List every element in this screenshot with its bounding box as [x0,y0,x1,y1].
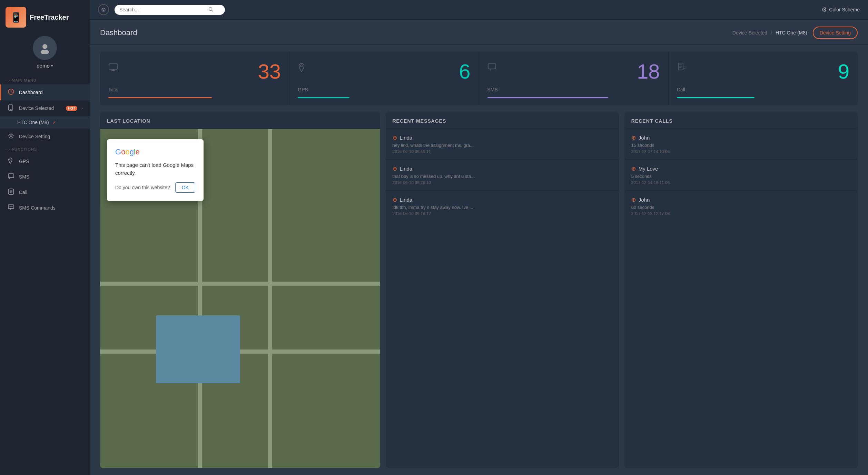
call-item-2[interactable]: ⊕ John 60 seconds 2017-12-13 12:17:06 [624,191,858,222]
call-arrow-icon-2: ⊕ [631,196,636,203]
call-contact-0: ⊕ John [631,134,851,141]
sidebar-item-device-setting-label: Device Setting [19,134,83,139]
google-dialog-footer: Do you own this website? OK [115,182,195,193]
stat-call-number: 9 [838,61,849,82]
search-input[interactable] [119,7,206,12]
sidebar-item-dashboard-label: Dashboard [19,90,83,95]
contact-arrow-icon-0: ⊕ [393,134,397,141]
gps-pin-icon [298,63,305,75]
message-item-0[interactable]: ⊕ Linda hey lind, whats the assignment m… [386,129,619,160]
chat-icon [8,173,15,180]
sidebar-item-gps[interactable]: GPS [0,153,90,169]
sidebar-item-device-selected[interactable]: Device Selected HOT › [0,100,90,116]
gear-icon [8,133,15,140]
stats-row: 33 Total 6 GPS [100,52,858,105]
map-container: Google This page can't load Google Maps … [100,129,380,468]
stat-sms: 18 SMS [479,52,669,105]
message-text-1: that boy is so messed up. why dnt u sta.… [393,174,612,179]
message-contact-1: ⊕ Linda [393,165,612,172]
sidebar-item-dashboard[interactable]: Dashboard [0,84,90,100]
svg-rect-10 [9,189,13,194]
sidebar-item-device-setting[interactable]: Device Setting [0,129,90,144]
palette-icon: ⚙ [821,6,827,13]
avatar-area: demo ▾ [33,36,57,69]
stat-gps-label: GPS [298,87,470,92]
svg-rect-24 [678,63,683,70]
chevron-right-icon: › [81,106,83,111]
svg-point-22 [300,65,303,67]
call-item-1[interactable]: ⊕ My Love 5 seconds 2017-12-14 19:11:06 [624,160,858,191]
message-item-2[interactable]: ⊕ Linda Idk tbh, imma try n stay away no… [386,191,619,222]
device-icon [8,104,15,112]
svg-rect-9 [8,174,14,178]
last-location-header: LAST LOCATION [100,112,380,129]
call-time-1: 2017-12-14 19:11:06 [631,180,851,185]
sms-chat-icon [487,63,496,74]
sidebar-item-sms[interactable]: SMS [0,169,90,184]
google-dialog-ok-button[interactable]: OK [175,182,195,193]
main-menu-label: --- MAIN MENU [0,75,90,84]
call-item-0[interactable]: ⊕ John 15 seconds 2017-12-17 14:10:06 [624,129,858,160]
stat-call-bar [677,97,754,98]
color-scheme-button[interactable]: ⚙ Color Scheme [821,6,860,13]
svg-line-18 [212,10,213,11]
svg-rect-19 [109,64,117,69]
stat-total: 33 Total [100,52,289,105]
speech-icon [8,204,15,211]
call-contact-1: ⊕ My Love [631,165,851,172]
device-sub-item[interactable]: HTC One (M8) ✓ [0,116,90,129]
app-name: FreeTracker [30,13,69,21]
sidebar-item-call[interactable]: Call [0,184,90,200]
call-contact-name-0: John [639,135,650,141]
call-contact-2: ⊕ John [631,196,851,203]
message-contact-name-0: Linda [400,135,413,141]
search-icon [208,7,213,13]
call-log-icon [677,63,686,74]
message-item-1[interactable]: ⊕ Linda that boy is so messed up. why dn… [386,160,619,191]
stat-call-label: Call [677,87,849,92]
stat-call: 9 Call [669,52,858,105]
logo-area: 📱 FreeTracker [0,7,90,28]
message-text-2: Idk tbh, imma try n stay away now. Ive .… [393,205,612,210]
app-logo-icon: 📱 [6,7,26,28]
message-time-2: 2016-06-10 09:16:12 [393,211,612,216]
recent-calls-panel: RECENT CALLS ⊕ John 15 seconds 2017-12-1… [624,112,858,468]
stat-gps-bar [298,97,349,98]
topbar: ⚙ Color Scheme [90,0,868,20]
pin-icon [8,158,15,165]
message-contact-2: ⊕ Linda [393,196,612,203]
panels: LAST LOCATION Google This page ca [100,112,858,468]
breadcrumb-device-name: HTC One (M8) [776,30,807,36]
breadcrumb-device-selected: Device Selected [732,30,767,36]
call-duration-1: 5 seconds [631,174,851,179]
sidebar-item-sms-commands-label: SMS Commands [19,205,83,211]
dropdown-arrow-icon: ▾ [51,63,53,68]
device-setting-button[interactable]: Device Setting [813,27,858,39]
stat-sms-label: SMS [487,87,660,92]
call-time-2: 2017-12-13 12:17:06 [631,211,851,216]
call-arrow-icon-1: ⊕ [631,165,636,172]
back-button[interactable] [98,4,109,15]
svg-rect-23 [488,64,496,69]
svg-line-4 [11,92,12,92]
svg-point-0 [42,44,47,49]
recent-messages-panel: RECENT MESSAGES ⊕ Linda hey lind, whats … [386,112,619,468]
recent-calls-header: RECENT CALLS [624,112,858,129]
user-name-dropdown[interactable]: demo ▾ [37,63,53,69]
message-contact-0: ⊕ Linda [393,134,612,141]
svg-point-7 [10,135,12,137]
svg-point-16 [102,8,105,11]
call-contact-name-1: My Love [639,166,658,172]
call-duration-0: 15 seconds [631,143,851,148]
stat-gps-number: 6 [459,61,470,82]
phone-icon [8,189,15,196]
call-duration-2: 60 seconds [631,205,851,210]
stat-total-bar [108,97,212,98]
sidebar-item-sms-commands[interactable]: SMS Commands [0,200,90,215]
main-content: ⚙ Color Scheme Dashboard Device Selected… [90,0,868,475]
message-time-1: 2016-06-10 09:20:10 [393,180,612,185]
sidebar: 📱 FreeTracker demo ▾ --- MAIN MENU Dashb… [0,0,90,475]
device-sub-item-label: HTC One (M8) [17,120,49,125]
google-dialog-question: Do you own this website? [115,185,170,190]
stat-gps: 6 GPS [289,52,479,105]
